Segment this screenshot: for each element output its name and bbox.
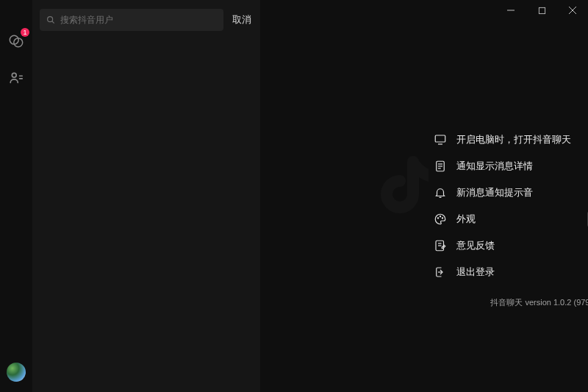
setting-label: 意见反馈	[449, 239, 588, 252]
setting-label: 退出登录	[449, 266, 588, 279]
main-area: 开启电脑时，打开抖音聊天 通知显示消息详情 新消息通知提示音	[260, 0, 588, 392]
user-avatar[interactable]	[7, 363, 26, 382]
svg-rect-14	[435, 135, 445, 142]
svg-point-2	[12, 73, 16, 77]
window-close-button[interactable]	[557, 0, 588, 21]
nav-chat[interactable]: 1	[6, 31, 26, 51]
setting-label: 外观	[449, 213, 587, 226]
setting-logout[interactable]: 退出登录	[429, 259, 588, 285]
setting-notification-detail: 通知显示消息详情	[429, 153, 588, 179]
nav-contacts[interactable]	[6, 68, 26, 88]
left-column: 取消	[32, 0, 260, 392]
maximize-icon	[538, 7, 546, 15]
svg-point-21	[437, 218, 438, 218]
edit-note-icon	[434, 239, 447, 252]
monitor-icon	[434, 133, 447, 146]
search-input[interactable]	[60, 15, 218, 25]
setting-label: 新消息通知提示音	[449, 186, 588, 199]
setting-launch-on-startup: 开启电脑时，打开抖音聊天	[429, 126, 588, 153]
window-controls	[495, 0, 588, 21]
version-text: 抖音聊天 version 1.0.2 (9799474)	[429, 297, 588, 308]
window-minimize-button[interactable]	[495, 0, 526, 21]
close-icon	[568, 6, 577, 15]
svg-line-6	[52, 21, 54, 24]
search-cancel-button[interactable]: 取消	[231, 10, 253, 29]
setting-label: 开启电脑时，打开抖音聊天	[449, 133, 588, 146]
svg-point-22	[440, 216, 440, 217]
settings-panel: 开启电脑时，打开抖音聊天 通知显示消息详情 新消息通知提示音	[429, 100, 588, 308]
nav-rail: 1	[0, 0, 32, 392]
search-icon	[46, 15, 56, 25]
setting-label: 通知显示消息详情	[449, 160, 588, 173]
palette-icon	[434, 213, 447, 226]
window-maximize-button[interactable]	[526, 0, 557, 21]
setting-notification-sound: 新消息通知提示音	[429, 179, 588, 206]
setting-appearance: 外观 深色	[429, 206, 588, 232]
svg-rect-8	[539, 7, 545, 13]
document-icon	[434, 160, 447, 173]
setting-feedback[interactable]: 意见反馈	[429, 232, 588, 259]
svg-point-23	[442, 218, 442, 218]
chat-notification-badge: 1	[21, 28, 29, 37]
minimize-icon	[506, 6, 515, 15]
logout-icon	[434, 266, 447, 279]
svg-point-5	[48, 17, 53, 22]
contacts-icon	[8, 70, 24, 86]
search-box[interactable]	[40, 9, 223, 31]
bell-icon	[434, 186, 447, 199]
